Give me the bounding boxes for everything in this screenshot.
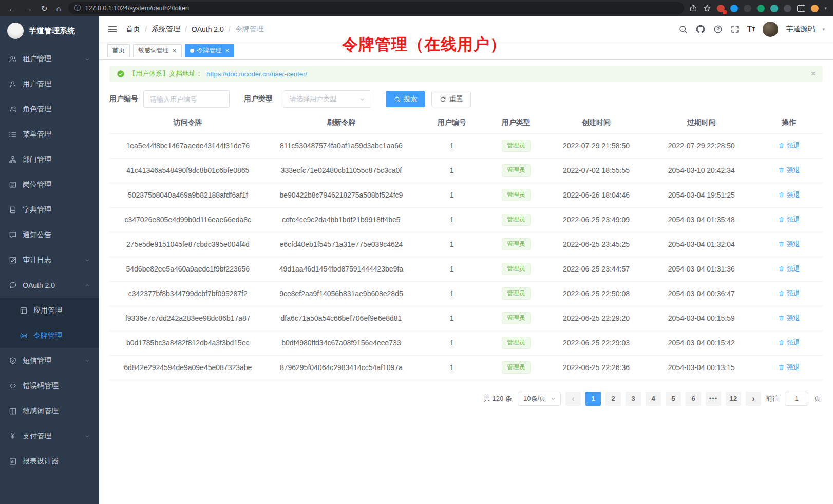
sidebar-item-7[interactable]: 通知公告 (0, 222, 99, 247)
user-id-input[interactable] (143, 90, 230, 108)
breadcrumb-item-1[interactable]: 系统管理 (152, 25, 180, 34)
page-button-1[interactable]: 1 (585, 392, 601, 406)
home-icon[interactable]: ⌂ (56, 5, 61, 12)
menu-list-icon (9, 130, 17, 139)
actions-cell: 强退 (755, 207, 823, 232)
sidebar-item-0[interactable]: 租户管理 (0, 46, 99, 71)
force-logout-button[interactable]: 强退 (778, 289, 800, 298)
sidebar-item-6[interactable]: 字典管理 (0, 197, 99, 222)
extension-icon-6[interactable] (784, 5, 791, 12)
sidebar-item-5[interactable]: 岗位管理 (0, 172, 99, 197)
role-icon (9, 105, 17, 113)
sidebar-item-12[interactable]: 短信管理 (0, 348, 99, 373)
refresh-token-cell: b0df4980ffd34c67a08f9156e4eee733 (267, 331, 416, 355)
force-logout-button[interactable]: 强退 (778, 314, 800, 323)
sidebar-item-16[interactable]: 报表设计器 (0, 449, 99, 474)
page-button-2[interactable]: 2 (605, 392, 621, 406)
next-page-button[interactable]: › (746, 392, 761, 406)
profile-avatar-icon[interactable] (811, 5, 819, 12)
extension-icon-1[interactable] (717, 5, 725, 12)
tab-2[interactable]: 令牌管理× (185, 44, 235, 57)
sms-shield-icon (9, 357, 17, 365)
expire-time-cell: 2054-03-04 19:51:25 (648, 183, 755, 207)
bookmark-star-icon[interactable] (703, 4, 711, 12)
user-type-select[interactable]: 请选择用户类型 (283, 90, 371, 108)
annotation-text: 令牌管理（在线用户） (342, 34, 506, 55)
chevron-up-icon (84, 282, 90, 288)
user-type-cell: 管理员 (487, 133, 544, 158)
app-window-icon (20, 306, 28, 315)
force-logout-button[interactable]: 强退 (778, 338, 800, 347)
extension-icon-3[interactable] (744, 5, 751, 12)
share-icon[interactable] (689, 4, 697, 12)
sidebar-item-3[interactable]: 菜单管理 (0, 122, 99, 147)
force-logout-button[interactable]: 强退 (778, 141, 800, 150)
goto-page-input[interactable] (785, 392, 808, 406)
forward-icon[interactable]: → (25, 5, 32, 12)
force-logout-button[interactable]: 强退 (778, 240, 800, 249)
prev-page-button[interactable]: ‹ (565, 392, 581, 406)
back-icon[interactable]: ← (8, 5, 16, 12)
force-logout-button[interactable]: 强退 (778, 166, 800, 175)
page-button-3[interactable]: 3 (626, 392, 641, 406)
sidebar-item-10[interactable]: 应用管理 (0, 298, 99, 323)
sidebar-item-11[interactable]: 令牌管理 (0, 323, 99, 348)
logo[interactable]: 芋道管理系统 (0, 16, 99, 45)
page-button-12[interactable]: 12 (726, 392, 741, 406)
alert-link[interactable]: https://doc.iocoder.cn/user-center/ (206, 70, 307, 78)
user-avatar[interactable] (763, 22, 778, 37)
user-type-badge: 管理员 (502, 140, 531, 152)
search-icon[interactable] (678, 25, 688, 34)
tab-0[interactable]: 首页 (107, 44, 130, 57)
page-size-select[interactable]: 10条/页 (518, 392, 561, 406)
page-button-4[interactable]: 4 (646, 392, 661, 406)
sidebar-item-15[interactable]: 支付管理 (0, 423, 99, 449)
font-size-icon[interactable]: TT (747, 25, 755, 34)
page-button-5[interactable]: 5 (666, 392, 681, 406)
page-button-6[interactable]: 6 (686, 392, 701, 406)
github-icon[interactable] (695, 24, 706, 34)
breadcrumb-item-0[interactable]: 首页 (126, 25, 140, 34)
extension-icon-2[interactable] (730, 5, 738, 12)
page-button-•••[interactable]: ••• (706, 392, 721, 406)
column-header-6: 操作 (755, 112, 823, 133)
side-panel-icon[interactable] (797, 5, 805, 12)
extension-icon-5[interactable] (770, 5, 778, 12)
sidebar-item-8[interactable]: 审计日志 (0, 247, 99, 273)
actions-cell: 强退 (755, 183, 823, 207)
sidebar-item-9[interactable]: OAuth 2.0 (0, 273, 99, 298)
user-name[interactable]: 芋道源码 (786, 25, 815, 34)
extension-icon-4[interactable] (757, 5, 765, 12)
token-table: 访问令牌刷新令牌用户编号用户类型创建时间过期时间操作 1ea5e44f8bc14… (109, 112, 823, 380)
chevron-up-icon (84, 282, 90, 288)
user-id-cell: 1 (416, 355, 487, 380)
force-logout-button[interactable]: 强退 (778, 190, 800, 200)
tab-1[interactable]: 敏感词管理× (133, 44, 182, 57)
sidebar-item-1[interactable]: 用户管理 (0, 71, 99, 96)
search-button[interactable]: 搜索 (386, 91, 425, 107)
sidebar-toggle-icon[interactable] (107, 24, 118, 34)
sidebar-item-2[interactable]: 角色管理 (0, 96, 99, 122)
address-bar[interactable]: ⓘ 127.0.0.1:1024/system/oauth2/token (68, 2, 685, 14)
breadcrumb-item-2[interactable]: OAuth 2.0 (192, 25, 224, 33)
table-row: 6d842e2924594de9a09e45e087323abe8796295f… (109, 355, 823, 380)
browser-menu-caret-icon[interactable]: ▾ (824, 6, 827, 11)
sidebar-item-14[interactable]: 敏感词管理 (0, 398, 99, 423)
tab-close-icon[interactable]: × (172, 47, 177, 54)
fullscreen-icon[interactable] (730, 25, 740, 34)
site-info-icon[interactable]: ⓘ (74, 4, 81, 13)
force-logout-button[interactable]: 强退 (778, 215, 800, 224)
user-menu-caret-icon[interactable]: ▾ (822, 27, 825, 32)
trash-icon (778, 216, 785, 223)
force-logout-button[interactable]: 强退 (778, 264, 800, 274)
reset-button[interactable]: 重置 (431, 91, 471, 107)
sidebar-item-13[interactable]: 错误码管理 (0, 373, 99, 398)
help-icon[interactable] (713, 25, 723, 34)
chevron-down-icon (359, 96, 366, 103)
alert-close-icon[interactable]: × (811, 70, 816, 78)
force-logout-button[interactable]: 强退 (778, 363, 800, 372)
sidebar-item-4[interactable]: 部门管理 (0, 147, 99, 172)
reload-icon[interactable]: ↻ (41, 5, 48, 12)
tab-close-icon[interactable]: × (225, 47, 230, 54)
refresh-token-cell: 8796295f04064c2983414cc54af1097a (267, 355, 416, 380)
